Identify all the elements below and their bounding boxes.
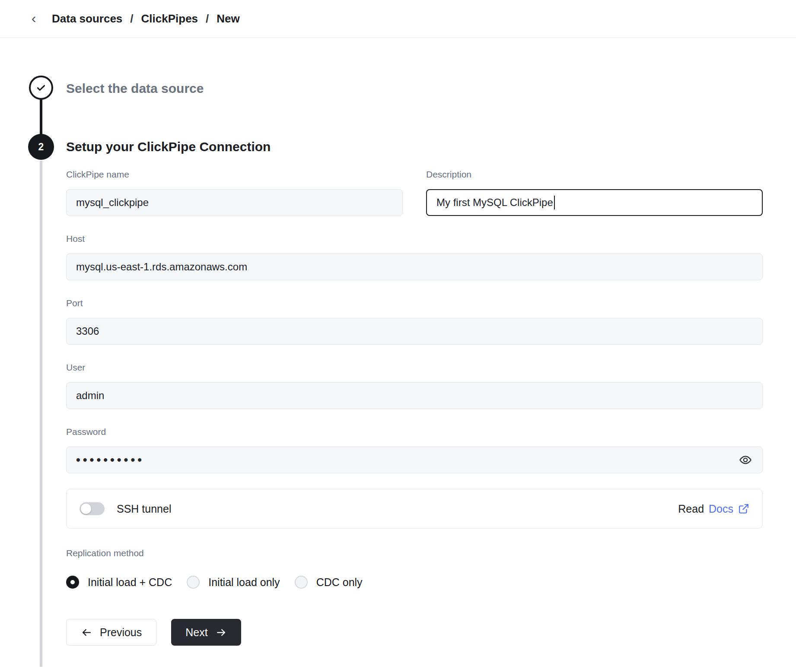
description-value: My first MySQL ClickPipe <box>436 197 553 209</box>
breadcrumb-item-new: New <box>217 12 239 25</box>
main-content: Select the data source Setup your ClickP… <box>0 38 796 646</box>
check-icon <box>35 82 47 94</box>
password-input-wrapper <box>66 447 763 473</box>
step-1-indicator <box>29 76 53 100</box>
back-button[interactable]: ‹ <box>25 10 42 28</box>
radio-label: Initial load + CDC <box>88 576 172 589</box>
user-label: User <box>66 362 763 373</box>
chevron-left-icon: ‹ <box>32 11 36 25</box>
radio-initial-load-cdc[interactable]: Initial load + CDC <box>66 576 172 589</box>
host-label: Host <box>66 233 763 244</box>
password-input[interactable] <box>66 447 763 473</box>
form-actions: Previous Next <box>66 619 763 646</box>
step-2-number: 2 <box>38 141 44 153</box>
breadcrumb-item-data-sources[interactable]: Data sources <box>52 12 122 25</box>
stepper-connector-complete <box>40 98 42 135</box>
ssh-tunnel-card: SSH tunnel Read Docs <box>66 489 763 529</box>
radio-cdc-only[interactable]: CDC only <box>295 576 363 589</box>
toggle-password-visibility-button[interactable] <box>736 450 755 469</box>
previous-button[interactable]: Previous <box>66 619 156 646</box>
stepper-connector-pending <box>40 161 42 667</box>
clickpipe-name-label: ClickPipe name <box>66 169 403 180</box>
breadcrumb-separator: / <box>130 12 133 25</box>
host-field-group: Host <box>66 233 763 280</box>
ssh-tunnel-label: SSH tunnel <box>117 503 171 515</box>
port-field-group: Port <box>66 298 763 345</box>
external-link-icon[interactable] <box>738 503 749 514</box>
port-input[interactable] <box>66 318 763 345</box>
eye-icon <box>739 453 752 467</box>
breadcrumb: Data sources / ClickPipes / New <box>52 12 240 25</box>
description-field-group: Description My first MySQL ClickPipe <box>426 169 763 216</box>
step-1-title: Select the data source <box>66 38 763 97</box>
radio-unselected-icon <box>295 576 308 589</box>
replication-method-label: Replication method <box>66 548 763 558</box>
host-input[interactable] <box>66 254 763 280</box>
password-field-group: Password <box>66 426 763 473</box>
arrow-left-icon <box>81 627 92 638</box>
port-label: Port <box>66 298 763 308</box>
next-button-label: Next <box>185 626 207 639</box>
read-docs: Read Docs <box>678 503 749 515</box>
breadcrumb-item-clickpipes[interactable]: ClickPipes <box>141 12 198 25</box>
radio-label: Initial load only <box>208 576 280 589</box>
text-cursor <box>554 196 555 209</box>
breadcrumb-separator: / <box>206 12 209 25</box>
radio-selected-icon <box>66 576 79 589</box>
top-bar: ‹ Data sources / ClickPipes / New <box>0 0 796 38</box>
clickpipe-name-input[interactable] <box>66 189 403 216</box>
docs-link[interactable]: Docs <box>709 503 733 515</box>
description-input[interactable]: My first MySQL ClickPipe <box>426 189 763 216</box>
description-label: Description <box>426 169 763 180</box>
previous-button-label: Previous <box>100 626 142 639</box>
arrow-right-icon <box>215 627 227 638</box>
toggle-knob <box>81 504 91 514</box>
read-docs-text: Read <box>678 503 704 515</box>
radio-label: CDC only <box>316 576 363 589</box>
name-description-row: ClickPipe name Description My first MySQ… <box>66 169 763 216</box>
step-2-title: Setup your ClickPipe Connection <box>66 139 763 155</box>
ssh-tunnel-control: SSH tunnel <box>80 502 171 515</box>
next-button[interactable]: Next <box>171 619 241 646</box>
radio-unselected-icon <box>187 576 200 589</box>
password-label: Password <box>66 426 763 437</box>
user-field-group: User <box>66 362 763 409</box>
step-2-indicator: 2 <box>28 134 54 160</box>
ssh-tunnel-toggle[interactable] <box>80 502 105 515</box>
replication-method-options: Initial load + CDC Initial load only CDC… <box>66 576 763 589</box>
radio-initial-load-only[interactable]: Initial load only <box>187 576 280 589</box>
clickpipe-name-field-group: ClickPipe name <box>66 169 403 216</box>
user-input[interactable] <box>66 382 763 409</box>
